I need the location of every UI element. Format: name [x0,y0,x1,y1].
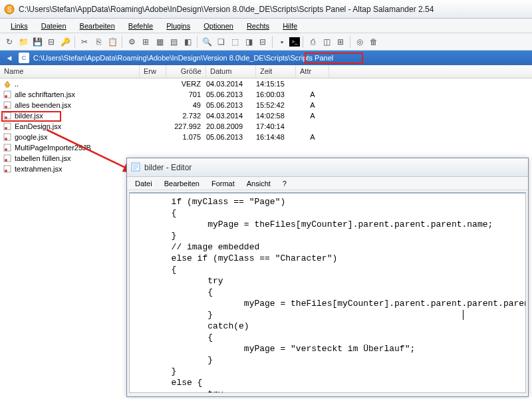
main-menubar: Links Dateien Bearbeiten Befehle Plugins… [0,19,532,33]
file-attr: A [296,90,329,98]
file-row[interactable]: alle schriftarten.jsx70105.06.201316:00:… [0,89,532,100]
file-size: 49 [166,101,206,109]
tool4-icon[interactable]: ▤ [167,35,180,49]
editor-menu-format[interactable]: Format [206,178,240,189]
path-text[interactable]: C:\Users\Stefan\AppData\Roaming\Adobe\In… [33,54,333,62]
file-icon [3,122,12,131]
tool-icon[interactable]: ⚙ [125,35,138,49]
editor-window: bilder - Editor Datei Bearbeiten Format … [126,158,529,397]
disk-icon[interactable]: 💾 [31,35,44,49]
col-name[interactable]: Name [0,65,140,78]
delete-icon[interactable]: 🗑 [367,35,380,49]
tool9-icon[interactable]: ⊟ [256,35,269,49]
text-cursor [463,310,464,320]
svg-point-3 [5,95,7,98]
file-icon [3,143,12,152]
col-groesse[interactable]: Größe [166,65,206,78]
tool12-icon[interactable]: ◫ [320,35,333,49]
file-row[interactable]: google.jsx1.07505.06.201316:14:48A [0,132,532,142]
drive-icon[interactable]: ⊟ [45,35,58,49]
file-name: alle schriftarten.jsx [15,90,75,98]
col-attr[interactable]: Attr [296,65,329,78]
file-row[interactable]: MultiPageImporter25JB [0,142,532,153]
file-size: 701 [166,90,206,98]
file-date: 05.06.2013 [206,101,256,109]
file-time: 15:52:42 [256,101,296,109]
file-icon [3,164,12,174]
file-icon [3,132,12,142]
drive-c-icon[interactable]: C [19,53,29,63]
editor-menu-help[interactable]: ? [277,178,292,189]
terminal-icon[interactable]: >_ [289,37,300,47]
folder-icon[interactable]: 📁 [17,35,30,49]
file-attr: A [296,112,329,120]
file-icon [3,154,12,163]
tool14-icon[interactable]: ◎ [353,35,366,49]
editor-menubar: Datei Bearbeiten Format Ansicht ? [127,177,528,190]
tool13-icon[interactable]: ⊞ [334,35,347,49]
svg-point-9 [5,127,7,130]
key-icon[interactable]: 🔑 [59,35,72,49]
editor-app-icon [131,162,140,173]
file-date: 20.08.2009 [206,122,256,130]
file-size: 227.992 [166,122,206,130]
file-icon [3,79,12,88]
svg-point-15 [5,159,7,162]
back-icon[interactable]: ◄ [4,53,15,63]
main-toolbar: ↻ 📁 💾 ⊟ 🔑 ✂ ⎘ 📋 ⚙ ⊞ ▦ ▤ ◧ 🔍 ❏ ⬚ ◨ ⊟ ▪ >_… [0,33,532,51]
file-time: 16:14:48 [256,133,296,141]
file-name: google.jsx [15,133,48,141]
menu-befehle[interactable]: Befehle [123,20,158,32]
menu-hilfe[interactable]: Hilfe [277,20,303,32]
paste-icon[interactable]: 📋 [106,35,119,49]
tool2-icon[interactable]: ⊞ [139,35,152,49]
zoom-icon[interactable]: 🔍 [200,35,213,49]
editor-code-area[interactable]: if (myClass == "Page") { myPage = theFil… [129,192,526,393]
tool3-icon[interactable]: ▦ [153,35,166,49]
cut-icon[interactable]: ✂ [78,35,91,49]
editor-menu-ansicht[interactable]: Ansicht [241,178,276,189]
menu-optionen[interactable]: Optionen [198,20,239,32]
path-prefix: C:\Users\Stefan\AppData\Roaming\Adobe\In… [33,54,290,62]
file-attr: A [296,101,329,109]
svg-point-17 [5,170,7,172]
window-titlebar: S C:\Users\Stefan\AppData\Roaming\Adobe\… [0,0,532,19]
menu-plugins[interactable]: Plugins [161,20,196,32]
editor-menu-bearbeiten[interactable]: Bearbeiten [159,178,205,189]
tool8-icon[interactable]: ◨ [242,35,255,49]
refresh-icon[interactable]: ↻ [3,35,16,49]
tool6-icon[interactable]: ❏ [214,35,227,49]
file-row[interactable]: ..VERZ04.03.201414:15:15 [0,78,532,89]
file-row[interactable]: EanDesign.jsx227.99220.08.200917:40:14 [0,121,532,132]
svg-text:S: S [7,6,12,13]
menu-bearbeiten[interactable]: Bearbeiten [74,20,120,32]
file-icon [3,111,12,120]
file-name: bilder.jsx [15,112,43,120]
svg-point-11 [5,138,7,140]
app-icon: S [4,4,15,15]
tool7-icon[interactable]: ⬚ [228,35,241,49]
copy-icon[interactable]: ⎘ [92,35,105,49]
tool5-icon[interactable]: ◧ [181,35,194,49]
editor-titlebar: bilder - Editor [127,158,528,177]
file-time: 16:00:03 [256,90,296,98]
file-time: 14:02:58 [256,112,296,120]
menu-dateien[interactable]: Dateien [36,20,72,32]
menu-links[interactable]: Links [5,20,33,32]
tool11-icon[interactable]: ⎙ [306,35,319,49]
file-size: 1.075 [166,133,206,141]
file-icon [3,90,12,99]
tool10-icon[interactable]: ▪ [275,35,289,49]
col-erw[interactable]: Erw [140,65,166,78]
col-datum[interactable]: Datum [206,65,256,78]
col-zeit[interactable]: Zeit [256,65,296,78]
editor-menu-datei[interactable]: Datei [130,178,158,189]
file-row[interactable]: bilder.jsx2.73204.03.201414:02:58A [0,110,532,121]
file-name: .. [15,80,19,88]
file-date: 04.03.2014 [206,112,256,120]
svg-point-5 [5,106,7,108]
menu-rechts[interactable]: Rechts [241,20,275,32]
file-size: 2.732 [166,112,206,120]
file-name: EanDesign.jsx [15,122,61,130]
file-row[interactable]: alles beenden.jsx4905.06.201315:52:42A [0,100,532,110]
